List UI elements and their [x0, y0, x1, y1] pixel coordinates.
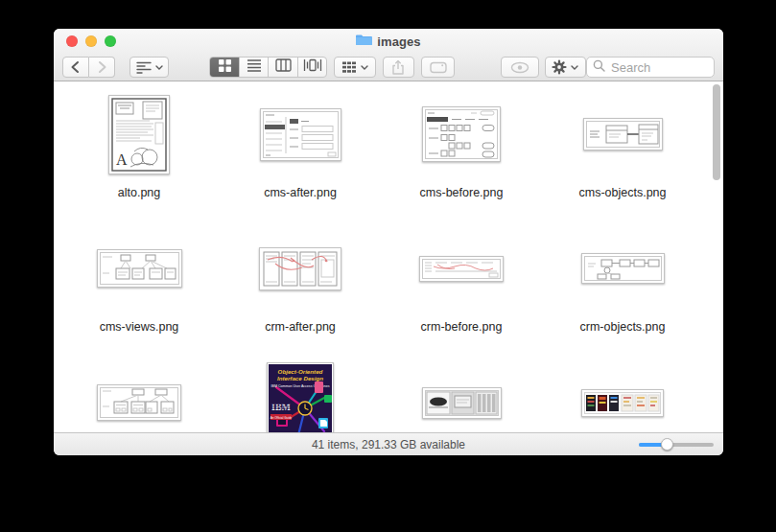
file-thumbnail[interactable]: A: [108, 95, 170, 174]
list-view-icon: [247, 58, 262, 76]
file-item-crm-objects[interactable]: crm-objects.png: [542, 222, 703, 357]
share-box-arrow-icon: [390, 59, 406, 76]
minimize-button[interactable]: [85, 35, 97, 47]
search-icon: [593, 58, 605, 76]
status-bar: 41 items, 291.33 GB available: [54, 432, 723, 455]
toolbar: [54, 54, 723, 81]
file-item-row3-3[interactable]: [381, 357, 542, 432]
tag-button[interactable]: [421, 57, 455, 78]
gear-icon: [552, 59, 567, 75]
file-thumbnail[interactable]: [422, 387, 502, 419]
file-item-cms-views[interactable]: cms-views.png: [59, 222, 220, 357]
finder-window: images: [54, 29, 723, 455]
file-thumbnail[interactable]: [583, 118, 663, 150]
coverflow-view-icon: [303, 58, 322, 77]
close-button[interactable]: [66, 35, 78, 47]
file-name-label[interactable]: alto.png: [118, 186, 160, 199]
arrange-menu-button[interactable]: [129, 57, 169, 78]
column-view-icon: [275, 58, 292, 76]
action-menu-button[interactable]: [545, 57, 586, 78]
file-item-crm-before[interactable]: crm-before.png: [381, 222, 542, 357]
file-item-alto[interactable]: A alto.png: [59, 88, 220, 222]
folder-icon: [356, 33, 372, 50]
file-thumbnail[interactable]: Object-Oriented Interface Design IBM Com…: [267, 362, 334, 432]
traffic-lights: [66, 35, 116, 47]
zoom-button[interactable]: [105, 35, 116, 47]
file-thumbnail[interactable]: [259, 247, 341, 290]
file-name-label[interactable]: cms-before.png: [420, 186, 504, 199]
file-item-row3-4[interactable]: [542, 357, 703, 432]
file-browser-content[interactable]: A alto.png: [54, 81, 723, 432]
list-view-button[interactable]: [240, 58, 269, 77]
icon-view-button[interactable]: [210, 58, 239, 77]
file-thumbnail[interactable]: [419, 256, 504, 282]
group-menu-button[interactable]: [334, 57, 375, 78]
file-thumbnail[interactable]: [422, 106, 501, 162]
svg-text:A: A: [116, 151, 128, 168]
view-mode-segmented-control: [209, 57, 327, 78]
file-item-row3-ibm-book[interactable]: Object-Oriented Interface Design IBM Com…: [220, 357, 381, 432]
file-name-label[interactable]: crm-objects.png: [580, 320, 666, 334]
title-bar[interactable]: images: [54, 29, 723, 54]
file-item-crm-after[interactable]: crm-after.png: [220, 222, 381, 357]
icon-grid: A alto.png: [59, 88, 703, 432]
file-thumbnail[interactable]: [97, 249, 182, 288]
file-name-label[interactable]: cms-objects.png: [578, 186, 666, 199]
tag-icon: [430, 61, 447, 74]
vertical-scrollbar-thumb[interactable]: [713, 84, 720, 180]
search-input[interactable]: [609, 59, 708, 76]
item-arrangement-icon: [136, 60, 152, 74]
file-item-cms-objects[interactable]: cms-objects.png: [542, 88, 703, 222]
file-thumbnail[interactable]: [97, 384, 181, 421]
eye-icon: [510, 61, 529, 74]
chevron-left-icon: [67, 58, 84, 76]
file-thumbnail[interactable]: [581, 253, 665, 284]
file-thumbnail[interactable]: [581, 389, 664, 417]
file-thumbnail[interactable]: [260, 108, 341, 161]
share-button[interactable]: [383, 57, 414, 78]
file-name-label[interactable]: cms-views.png: [100, 320, 179, 334]
icon-view-icon: [218, 58, 232, 77]
icon-size-slider[interactable]: [639, 438, 714, 451]
chevron-right-icon: [93, 58, 110, 76]
forward-button[interactable]: [89, 57, 116, 78]
group-by-grid-icon: [341, 60, 357, 74]
svg-text:IBM: IBM: [271, 402, 292, 412]
search-field[interactable]: [586, 57, 715, 78]
status-text: 41 items, 291.33 GB available: [312, 438, 465, 451]
svg-text:Object-Oriented: Object-Oriented: [278, 368, 323, 375]
chevron-down-icon: [571, 65, 578, 70]
quick-look-button[interactable]: [501, 57, 538, 78]
back-button[interactable]: [62, 57, 89, 78]
column-view-button[interactable]: [269, 58, 297, 77]
file-item-cms-before[interactable]: cms-before.png: [381, 88, 542, 222]
file-name-label[interactable]: cms-after.png: [264, 186, 337, 199]
window-title: images: [377, 35, 420, 49]
chevron-down-icon: [155, 65, 163, 70]
file-name-label[interactable]: crm-before.png: [421, 320, 503, 334]
svg-text:Interface Design: Interface Design: [277, 375, 323, 382]
file-name-label[interactable]: crm-after.png: [265, 320, 336, 334]
coverflow-view-button[interactable]: [298, 58, 326, 77]
file-item-cms-after[interactable]: cms-after.png: [220, 88, 381, 222]
svg-text:An Official Guide: An Official Guide: [270, 416, 293, 420]
slider-knob[interactable]: [661, 438, 673, 451]
file-item-row3-1[interactable]: [59, 357, 220, 432]
chevron-down-icon: [361, 65, 368, 70]
